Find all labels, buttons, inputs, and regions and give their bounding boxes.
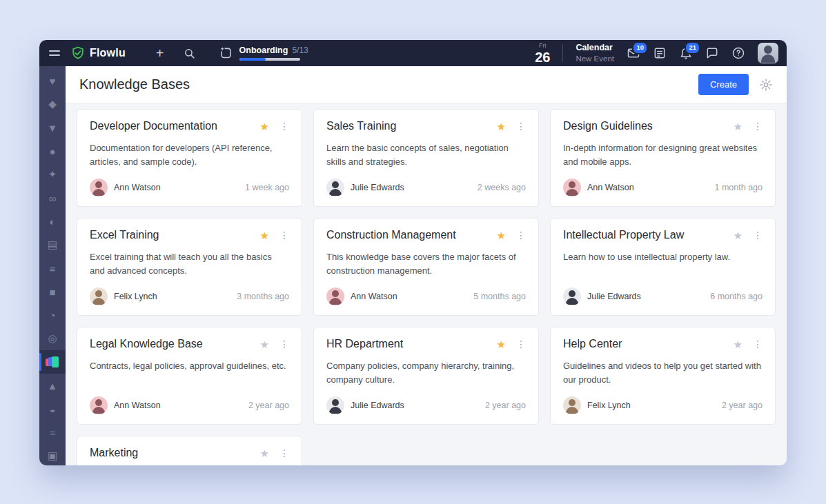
- knowledge-base-card[interactable]: Marketing ★ ⋮: [77, 436, 302, 465]
- card-description: Documentation for developers (API refere…: [90, 141, 289, 169]
- card-description: Learn the basic concepts of sales, negot…: [326, 141, 526, 169]
- sidebar-item-projects[interactable]: ◆: [39, 92, 66, 116]
- knowledge-base-card[interactable]: Design Guidelines ★ ⋮ In-depth informati…: [550, 109, 776, 207]
- card-header: Excel Training ★ ⋮: [90, 229, 289, 241]
- more-options-icon[interactable]: ⋮: [753, 121, 763, 131]
- new-event-link: New Event: [576, 54, 614, 63]
- flowlu-logo[interactable]: Flowlu: [71, 46, 126, 60]
- page-header: Knowledge Bases Create: [66, 66, 787, 103]
- settings-gear-icon[interactable]: [759, 78, 773, 92]
- onboarding-icon: [219, 46, 233, 60]
- page-title: Knowledge Bases: [79, 77, 190, 92]
- sidebar-item-users[interactable]: ▣: [39, 444, 66, 465]
- sidebar-item-timer[interactable]: ◒: [39, 397, 66, 421]
- sidebar-item-time[interactable]: ◔: [39, 303, 66, 327]
- author-name: Ann Watson: [587, 183, 634, 192]
- card-description: Company policies, company hierarchy, tra…: [326, 359, 526, 387]
- author-avatar: [563, 179, 581, 196]
- more-options-icon[interactable]: ⋮: [753, 339, 763, 349]
- knowledge-base-card[interactable]: Help Center ★ ⋮ Guidelines and videos to…: [550, 327, 776, 425]
- sidebar-item-team[interactable]: ✦: [39, 163, 66, 186]
- card-header: Sales Training ★ ⋮: [326, 120, 526, 132]
- more-options-icon[interactable]: ⋮: [279, 121, 289, 131]
- sidebar-item-crm[interactable]: ♥: [39, 69, 66, 92]
- knowledge-base-card[interactable]: Intellectual Property Law ★ ⋮ Learn how …: [550, 218, 776, 316]
- topbar: Flowlu + Onboarding 5/13: [39, 40, 787, 66]
- author-avatar: [90, 179, 108, 196]
- sidebar-item-lists[interactable]: ≡: [39, 256, 66, 280]
- more-options-icon[interactable]: ⋮: [516, 339, 526, 349]
- quick-add-button[interactable]: +: [156, 46, 164, 60]
- card-footer: Julie Edwards 2 year ago: [326, 396, 526, 414]
- calendar-title: Calendar: [576, 43, 614, 54]
- card-footer: Ann Watson 1 month ago: [563, 179, 763, 196]
- onboarding-progress[interactable]: Onboarding 5/13: [219, 46, 308, 61]
- module-icon: ≈: [50, 427, 55, 439]
- knowledge-base-card[interactable]: Legal Knowledge Base ★ ⋮ Contracts, lega…: [77, 327, 302, 425]
- sidebar-item-funnel[interactable]: ▼: [39, 116, 66, 139]
- favorite-star-icon[interactable]: ★: [260, 230, 269, 241]
- knowledge-base-card[interactable]: HR Department ★ ⋮ Company policies, comp…: [313, 327, 539, 425]
- favorite-star-icon[interactable]: ★: [260, 339, 269, 350]
- more-options-icon[interactable]: ⋮: [279, 230, 289, 240]
- sidebar-item-mail[interactable]: ▤: [39, 233, 66, 256]
- knowledge-base-card[interactable]: Sales Training ★ ⋮ Learn the basic conce…: [313, 109, 539, 207]
- sidebar-item-automation[interactable]: ◎: [39, 327, 66, 350]
- more-options-icon[interactable]: ⋮: [753, 230, 763, 240]
- card-title: Help Center: [563, 338, 727, 350]
- more-options-icon[interactable]: ⋮: [279, 339, 289, 349]
- search-icon[interactable]: [184, 48, 195, 59]
- sidebar-item-messenger[interactable]: ◐: [39, 210, 66, 233]
- card-footer: Julie Edwards 6 months ago: [563, 288, 763, 305]
- mail-icon[interactable]: 10: [627, 46, 640, 60]
- sidebar-item-finance[interactable]: ■: [39, 280, 66, 303]
- card-title: HR Department: [326, 338, 490, 350]
- menu-toggle-icon[interactable]: [49, 50, 60, 56]
- author-avatar: [90, 288, 108, 305]
- topbar-right: Fri 26 Calendar New Event 10: [535, 43, 778, 64]
- favorite-star-icon[interactable]: ★: [734, 230, 743, 241]
- knowledge-base-card[interactable]: Developer Documentation ★ ⋮ Documentatio…: [77, 109, 302, 207]
- chat-icon[interactable]: [705, 46, 719, 60]
- knowledge-base-card[interactable]: Construction Management ★ ⋮ This knowled…: [313, 218, 539, 316]
- module-icon: ≡: [50, 263, 56, 274]
- calendar-widget[interactable]: Calendar New Event: [576, 43, 614, 63]
- favorite-star-icon[interactable]: ★: [260, 121, 269, 132]
- create-button[interactable]: Create: [698, 74, 749, 95]
- sidebar-item-browser[interactable]: ●: [39, 139, 66, 163]
- notes-icon[interactable]: [653, 46, 667, 60]
- day-number: 26: [535, 50, 550, 64]
- card-footer: Ann Watson 5 months ago: [326, 288, 526, 305]
- sidebar-item-links[interactable]: ∞: [39, 186, 66, 210]
- author-avatar: [90, 396, 108, 414]
- more-options-icon[interactable]: ⋮: [516, 230, 526, 240]
- card-footer: Felix Lynch 2 year ago: [563, 396, 763, 414]
- module-icon: ●: [49, 145, 55, 157]
- updated-time: 5 months ago: [473, 292, 526, 301]
- card-footer: Ann Watson 2 year ago: [90, 396, 289, 414]
- help-icon[interactable]: [731, 46, 745, 60]
- more-options-icon[interactable]: ⋮: [516, 121, 526, 131]
- favorite-star-icon[interactable]: ★: [734, 339, 743, 350]
- more-options-icon[interactable]: ⋮: [279, 448, 289, 458]
- favorite-star-icon[interactable]: ★: [497, 339, 506, 350]
- author-avatar: [563, 396, 581, 414]
- knowledge-base-card[interactable]: Excel Training ★ ⋮ Excel training that w…: [77, 218, 302, 316]
- favorite-star-icon[interactable]: ★: [260, 448, 269, 458]
- favorite-star-icon[interactable]: ★: [734, 121, 743, 132]
- app-name: Flowlu: [90, 47, 126, 59]
- sidebar-item-products[interactable]: ▲: [39, 374, 66, 397]
- sidebar-item-knowledge-base[interactable]: [39, 350, 66, 374]
- updated-time: 2 year ago: [485, 401, 526, 410]
- module-icon: ▲: [48, 380, 58, 392]
- date-widget[interactable]: Fri 26: [535, 43, 550, 64]
- favorite-star-icon[interactable]: ★: [497, 121, 506, 132]
- author-name: Julie Edwards: [351, 183, 404, 192]
- favorite-star-icon[interactable]: ★: [497, 230, 506, 241]
- sidebar-item-reports[interactable]: ≈: [39, 421, 66, 444]
- notifications-bell-icon[interactable]: 21: [679, 46, 693, 60]
- user-avatar[interactable]: [758, 43, 778, 63]
- card-title: Legal Knowledge Base: [90, 338, 253, 350]
- weekday-label: Fri: [539, 43, 547, 49]
- author-name: Ann Watson: [351, 292, 397, 301]
